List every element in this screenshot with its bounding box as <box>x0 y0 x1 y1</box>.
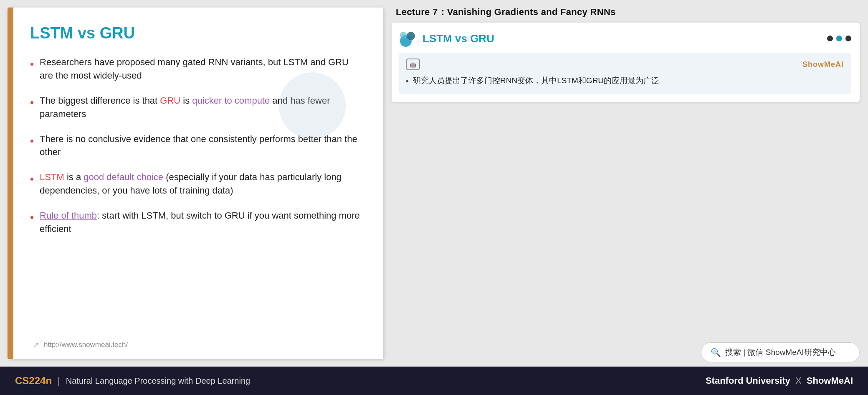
decorative-circle <box>279 72 346 139</box>
preview-card: LSTM vs GRU 🤖 ShowMeAI • 研 <box>392 23 860 102</box>
main-content: LSTM vs GRU • Researchers have proposed … <box>0 0 868 367</box>
bullet-dot: • <box>30 171 34 187</box>
separator: | <box>58 375 60 386</box>
svg-point-1 <box>407 32 415 40</box>
dot-inactive-2 <box>845 36 851 41</box>
translation-content: • 研究人员提出了许多门控RNN变体，其中LSTM和GRU的应用最为广泛 <box>406 74 844 88</box>
showmeai-brand: ShowMeAI <box>807 375 853 386</box>
svg-point-2 <box>400 32 407 38</box>
course-name: Natural Language Processing with Deep Le… <box>66 376 250 386</box>
bullet-dot: • <box>30 210 34 226</box>
bullet-dot: • <box>30 56 34 72</box>
dot-inactive-1 <box>827 36 833 41</box>
preview-top: LSTM vs GRU <box>399 29 851 48</box>
preview-card-title: LSTM vs GRU <box>423 32 494 45</box>
lecture-header: Lecture 7：Vanishing Gradients and Fancy … <box>392 0 860 23</box>
accent-bar <box>8 8 13 359</box>
x-separator: X <box>795 375 804 386</box>
bottom-bar: CS224n | Natural Language Processing wit… <box>0 367 868 395</box>
bottom-left: CS224n | Natural Language Processing wit… <box>15 375 250 387</box>
showmeai-logo-icon <box>399 29 418 48</box>
slide-panel: LSTM vs GRU • Researchers have proposed … <box>8 8 383 359</box>
stanford-text: Stanford University <box>706 375 790 386</box>
course-code: CS224n <box>15 375 52 387</box>
preview-dots <box>827 36 851 41</box>
bottom-right: Stanford University X ShowMeAI <box>706 375 853 386</box>
search-bar-text: 搜索 | 微信 ShowMeAI研究中心 <box>725 347 836 358</box>
ai-badge-text: 🤖 <box>410 61 416 68</box>
footer-url: http://www.showmeai.tech/ <box>44 341 128 349</box>
list-item: • Rule of thumb: start with LSTM, but sw… <box>30 209 362 236</box>
showmeai-label: ShowMeAI <box>802 60 844 69</box>
search-icon: 🔍 <box>711 347 721 357</box>
trans-bullet: • <box>406 74 409 88</box>
bullet-dot: • <box>30 133 34 149</box>
bullet-text-5: Rule of thumb: start with LSTM, but swit… <box>40 209 362 236</box>
ai-badge: 🤖 <box>406 59 420 70</box>
translation-top: 🤖 ShowMeAI <box>406 59 844 70</box>
right-panel: Lecture 7：Vanishing Gradients and Fancy … <box>383 0 868 367</box>
dot-active <box>836 36 842 41</box>
translation-card: 🤖 ShowMeAI • 研究人员提出了许多门控RNN变体，其中LSTM和GRU… <box>399 53 851 94</box>
slide-footer: ↗ http://www.showmeai.tech/ <box>33 340 128 350</box>
preview-logo-area: LSTM vs GRU <box>399 29 494 48</box>
bullet-text-4: LSTM is a good default choice (especiall… <box>40 171 362 197</box>
translation-text: 研究人员提出了许多门控RNN变体，其中LSTM和GRU的应用最为广泛 <box>413 74 659 87</box>
slide-title: LSTM vs GRU <box>30 24 362 42</box>
slide-body: LSTM vs GRU • Researchers have proposed … <box>13 8 383 359</box>
cursor-icon: ↗ <box>33 340 40 350</box>
bullet-dot: • <box>30 95 34 111</box>
search-bar[interactable]: 🔍 搜索 | 微信 ShowMeAI研究中心 <box>701 342 860 362</box>
search-bar-wrap: 🔍 搜索 | 微信 ShowMeAI研究中心 <box>392 334 860 362</box>
list-item: • LSTM is a good default choice (especia… <box>30 171 362 197</box>
